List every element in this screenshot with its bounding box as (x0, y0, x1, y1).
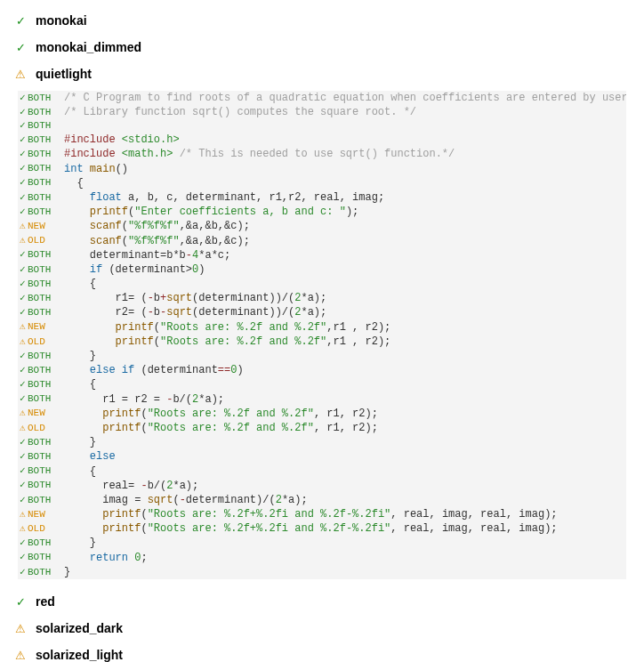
diff-gutter-both: ✓BOTH (18, 190, 57, 205)
code-line: ✓BOTH} (18, 565, 626, 579)
code-line: ✓BOTH/* Library function sqrt() computes… (18, 105, 626, 119)
diff-gutter-both: ✓BOTH (18, 363, 57, 377)
diff-gutter-both: ✓BOTH (18, 119, 57, 133)
code-line-content: } (57, 349, 626, 363)
warning-icon: ⚠ (20, 220, 28, 233)
check-icon: ✓ (20, 263, 28, 277)
theme-name: solarized_light (36, 648, 123, 662)
theme-list-top: ✓monokai✓monokai_dimmed⚠quietlight (9, 7, 635, 87)
warning-icon: ⚠ (20, 422, 28, 435)
gutter-label: BOTH (28, 392, 51, 406)
theme-row-monokai_dimmed[interactable]: ✓monokai_dimmed (9, 34, 635, 61)
gutter-label: BOTH (28, 248, 51, 262)
diff-gutter-both: ✓BOTH (18, 449, 57, 464)
gutter-label: NEW (28, 220, 45, 233)
code-line: ✓BOTH r1= (-b+sqrt(determinant))/(2*a); (18, 291, 626, 305)
code-line-content: printf("Roots are: %.2f and %.2f", r1, r… (57, 407, 626, 421)
theme-row-solarized_light[interactable]: ⚠solarized_light (9, 642, 635, 662)
code-line: ✓BOTH else (18, 449, 626, 464)
gutter-label: BOTH (28, 551, 51, 564)
code-line: ✓BOTH } (18, 536, 626, 550)
code-line-content: { (57, 464, 626, 479)
diff-gutter-both: ✓BOTH (18, 205, 57, 219)
warning-icon: ⚠ (14, 649, 27, 662)
code-line-content: return 0; (57, 551, 626, 565)
check-icon: ✓ (20, 162, 28, 175)
code-line: ⚠NEW printf("Roots are: %.2f and %.2f",r… (18, 320, 626, 335)
check-icon: ✓ (20, 248, 28, 262)
code-line: ✓BOTH { (18, 277, 626, 291)
gutter-label: NEW (28, 508, 45, 521)
code-line-content: printf("Roots are: %.2f and %.2f",r1 , r… (57, 320, 626, 335)
diff-code-block: ✓BOTH/* C Program to find roots of a qua… (18, 91, 626, 579)
theme-name: monokai_dimmed (36, 40, 141, 54)
check-icon: ✓ (20, 306, 28, 319)
code-line: ✓BOTH } (18, 349, 626, 363)
theme-row-solarized_dark[interactable]: ⚠solarized_dark (9, 615, 635, 642)
code-line: ✓BOTH/* C Program to find roots of a qua… (18, 91, 626, 105)
code-line-content: } (57, 435, 626, 449)
warning-icon: ⚠ (20, 335, 28, 349)
code-line-content: printf("Roots are: %.2f+%.2fi and %.2f-%… (57, 521, 626, 536)
code-line-content: printf("Roots are: %.2f and %.2f",r1 , r… (57, 335, 626, 349)
code-line: ✓BOTH } (18, 435, 626, 449)
check-icon: ✓ (14, 14, 27, 28)
check-icon: ✓ (20, 479, 28, 492)
gutter-label: OLD (28, 335, 45, 349)
diff-gutter-old: ⚠OLD (18, 335, 57, 349)
code-line-content: scanf("%f%f%f",&a,&b,&c); (57, 234, 626, 248)
theme-row-red[interactable]: ✓red (9, 588, 635, 615)
code-line: ✓BOTH determinant=b*b-4*a*c; (18, 248, 626, 262)
diff-gutter-old: ⚠OLD (18, 234, 57, 248)
diff-gutter-both: ✓BOTH (18, 291, 57, 305)
diff-gutter-both: ✓BOTH (18, 91, 57, 105)
check-icon: ✓ (20, 450, 28, 464)
check-icon: ✓ (20, 494, 28, 507)
code-line: ✓BOTHint main() (18, 162, 626, 176)
code-line-content: if (determinant>0) (57, 262, 626, 277)
diff-gutter-both: ✓BOTH (18, 392, 57, 407)
theme-row-quietlight[interactable]: ⚠quietlight (9, 61, 635, 87)
check-icon: ✓ (20, 119, 28, 133)
code-line: ⚠NEW printf("Roots are: %.2f and %.2f", … (18, 407, 626, 421)
gutter-label: NEW (28, 407, 45, 420)
code-line-content: #include <math.h> /* This is needed to u… (57, 147, 626, 161)
gutter-label: OLD (28, 234, 45, 247)
gutter-label: BOTH (28, 537, 51, 550)
code-line: ✓BOTH return 0; (18, 551, 626, 565)
check-icon: ✓ (20, 206, 28, 219)
code-line: ✓BOTH imag = sqrt(-determinant)/(2*a); (18, 493, 626, 507)
diff-gutter-both: ✓BOTH (18, 305, 57, 319)
code-line-content: determinant=b*b-4*a*c; (57, 248, 626, 262)
code-line-content: } (57, 565, 626, 579)
gutter-label: BOTH (28, 566, 51, 579)
diff-gutter-both: ✓BOTH (18, 536, 57, 550)
theme-row-monokai[interactable]: ✓monokai (9, 7, 635, 34)
check-icon: ✓ (20, 148, 28, 161)
gutter-label: BOTH (28, 292, 51, 305)
warning-icon: ⚠ (20, 508, 28, 521)
check-icon: ✓ (20, 191, 28, 205)
code-line-content: real= -b/(2*a); (57, 479, 626, 493)
diff-gutter-both: ✓BOTH (18, 551, 57, 565)
diff-gutter-new: ⚠NEW (18, 320, 57, 335)
code-line-content: printf("Roots are: %.2f+%.2fi and %.2f-%… (57, 507, 626, 521)
diff-gutter-both: ✓BOTH (18, 176, 57, 190)
gutter-label: BOTH (28, 191, 51, 205)
gutter-label: BOTH (28, 494, 51, 507)
code-line-content: printf("Roots are: %.2f and %.2f", r1, r… (57, 421, 626, 435)
gutter-label: OLD (28, 422, 45, 435)
code-line-content: { (57, 176, 626, 190)
gutter-label: BOTH (28, 364, 51, 377)
warning-icon: ⚠ (14, 68, 27, 81)
gutter-label: OLD (28, 522, 45, 536)
gutter-label: BOTH (28, 206, 51, 219)
diff-gutter-both: ✓BOTH (18, 133, 57, 147)
diff-gutter-old: ⚠OLD (18, 421, 57, 435)
code-line: ✓BOTH (18, 119, 626, 133)
gutter-label: BOTH (28, 162, 51, 175)
warning-icon: ⚠ (20, 407, 28, 420)
code-line: ⚠OLD printf("Roots are: %.2f and %.2f",r… (18, 335, 626, 349)
theme-name: quietlight (36, 67, 92, 81)
theme-name: solarized_dark (36, 621, 123, 635)
